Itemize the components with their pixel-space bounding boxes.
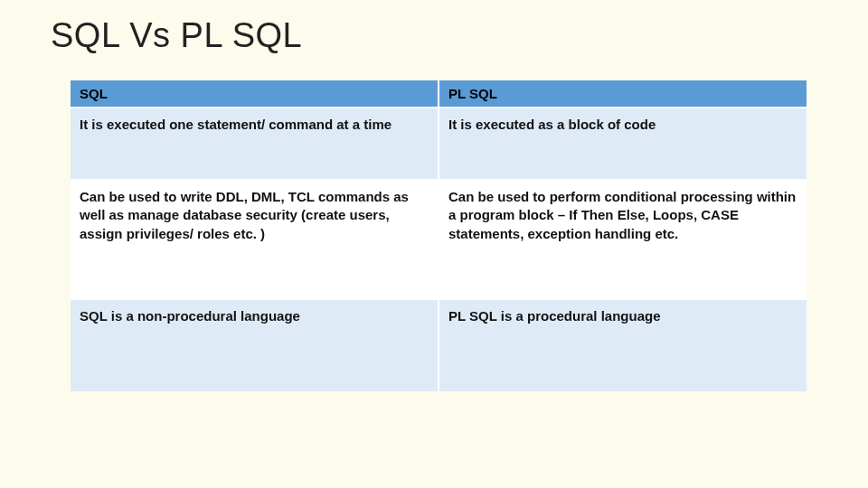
cell-sql: It is executed one statement/ command at…: [71, 108, 439, 180]
cell-sql: SQL is a non-procedural language: [71, 299, 439, 391]
cell-sql: Can be used to write DDL, DML, TCL comma…: [71, 180, 439, 299]
cell-plsql: PL SQL is a procedural language: [439, 299, 807, 391]
header-plsql: PL SQL: [439, 80, 807, 108]
comparison-table-container: SQL PL SQL It is executed one statement/…: [71, 80, 807, 391]
cell-plsql: It is executed as a block of code: [439, 108, 807, 180]
table-row: SQL is a non-procedural language PL SQL …: [71, 299, 807, 391]
comparison-table: SQL PL SQL It is executed one statement/…: [71, 80, 807, 391]
table-row: Can be used to write DDL, DML, TCL comma…: [71, 180, 807, 299]
cell-plsql: Can be used to perform conditional proce…: [439, 180, 807, 299]
slide-title: SQL Vs PL SQL: [0, 16, 868, 55]
table-header-row: SQL PL SQL: [71, 80, 807, 108]
table-row: It is executed one statement/ command at…: [71, 108, 807, 180]
header-sql: SQL: [71, 80, 439, 108]
